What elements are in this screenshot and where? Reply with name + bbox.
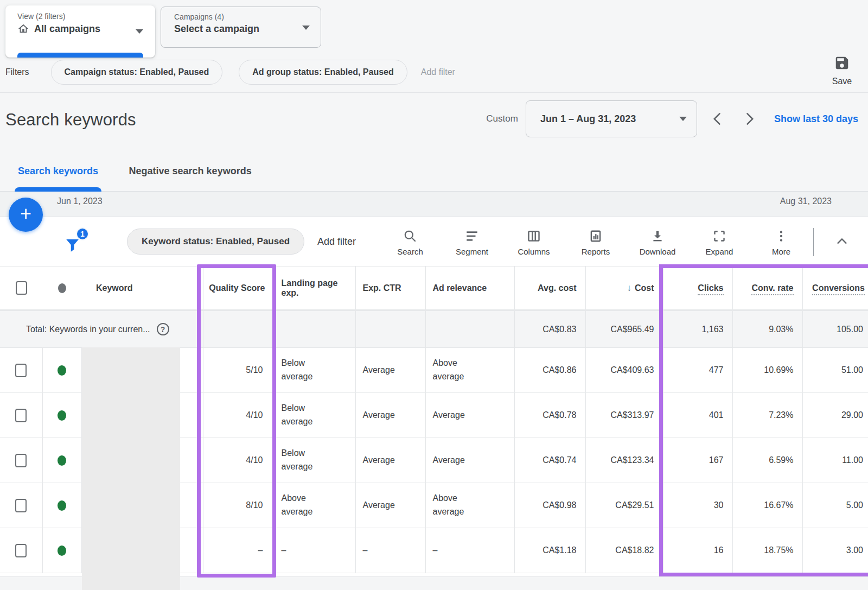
table-header-row: Keyword Quality Score Landing page exp. … [0,267,868,310]
keyword-redaction-block [82,347,180,590]
exp-ctr-cell: Average [355,483,425,528]
table-add-filter-link[interactable]: Add filter [317,236,356,248]
more-vert-icon [774,229,788,243]
columns-icon [527,229,541,243]
landing-page-exp-cell: Below average [274,348,355,393]
save-button[interactable]: Save [826,55,858,86]
ad-relevance-cell: – [425,528,514,573]
cost-cell: CA$123.34 [585,438,663,483]
exp-ctr-cell: Average [355,393,425,438]
status-enabled-icon [58,455,66,466]
campaign-selector-label: Campaigns (4) [174,12,312,21]
row-checkbox[interactable] [15,409,27,422]
conv-rate-cell: 10.69% [732,348,802,393]
sort-descending-icon: ↓ [627,283,631,293]
show-last-30-days-link[interactable]: Show last 30 days [774,113,858,125]
chevron-right-icon [744,112,756,126]
ad-relevance-cell: Above average [425,348,514,393]
filter-chip-campaign-status[interactable]: Campaign status: Enabled, Paused [51,60,223,85]
search-button[interactable]: Search [379,227,441,256]
column-header-ad-relevance[interactable]: Ad relevance [425,267,514,310]
exp-ctr-cell: – [355,528,425,573]
quality-score-cell: 8/10 [203,483,274,528]
cost-cell: CA$29.51 [585,483,663,528]
header-divider [0,92,868,93]
quality-score-cell: 5/10 [203,348,274,393]
column-header-landing-page-exp[interactable]: Landing page exp. [274,267,355,310]
save-label: Save [826,77,858,86]
ad-relevance-cell: Average [425,438,514,483]
campaign-selector-value: Select a campaign [174,23,312,35]
column-header-exp-ctr[interactable]: Exp. CTR [355,267,425,310]
toolbar-divider [813,228,814,256]
view-selector[interactable]: View (2 filters) All campaigns [5,5,155,58]
row-checkbox[interactable] [15,454,27,467]
column-header-quality-score[interactable]: Quality Score [203,267,274,310]
clicks-cell: 477 [663,348,732,393]
column-header-conversions[interactable]: Conversions [802,267,868,310]
segment-button[interactable]: Segment [441,227,503,256]
collapse-table-button[interactable] [816,227,868,249]
tab-negative-search-keywords[interactable]: Negative search keywords [129,157,252,192]
column-header-cost[interactable]: ↓Cost [585,267,663,310]
view-selector-label: View (2 filters) [17,12,146,21]
quality-score-cell: 4/10 [203,438,274,483]
filter-chip-ad-group-status[interactable]: Ad group status: Enabled, Paused [239,60,407,85]
conversions-cell: 3.00 [802,528,868,573]
tab-search-keywords[interactable]: Search keywords [18,157,98,192]
filters-label: Filters [5,67,29,77]
column-header-clicks[interactable]: Clicks [663,267,732,310]
expand-button[interactable]: Expand [688,227,750,256]
conversions-cell: 29.00 [802,393,868,438]
filter-funnel-button[interactable]: 1 [64,229,88,255]
total-avg-cost: CA$0.83 [514,310,585,348]
columns-button[interactable]: Columns [503,227,565,256]
chevron-down-icon [679,117,687,121]
more-button[interactable]: More [750,227,812,256]
plus-icon: + [20,204,31,224]
exp-ctr-cell: Average [355,438,425,483]
conv-rate-cell: 16.67% [732,483,802,528]
title-row: Search keywords Custom Jun 1 – Aug 31, 2… [0,100,868,144]
campaign-selector[interactable]: Campaigns (4) Select a campaign [161,7,321,48]
conv-rate-cell: 6.59% [732,438,802,483]
avg-cost-cell: CA$0.98 [514,483,585,528]
avg-cost-cell: CA$0.74 [514,438,585,483]
page-title: Search keywords [5,110,136,130]
download-button[interactable]: Download [627,227,688,256]
column-header-avg-cost[interactable]: Avg. cost [514,267,585,310]
column-header-conv-rate[interactable]: Conv. rate [732,267,802,310]
select-all-checkbox[interactable] [16,281,27,295]
row-checkbox[interactable] [15,499,27,512]
ad-relevance-cell: Average [425,393,514,438]
view-selector-value: All campaigns [34,23,100,35]
exp-ctr-cell: Average [355,348,425,393]
row-checkbox[interactable] [15,544,27,557]
cost-cell: CA$409.63 [585,348,663,393]
cost-cell: CA$18.82 [585,528,663,573]
keyword-status-filter-chip[interactable]: Keyword status: Enabled, Paused [127,229,304,255]
conversions-cell: 5.00 [802,483,868,528]
previous-period-button[interactable] [705,106,730,131]
total-cost: CA$965.49 [585,310,663,348]
avg-cost-cell: CA$0.78 [514,393,585,438]
status-enabled-icon [58,500,66,511]
row-checkbox[interactable] [15,364,27,377]
date-range-picker[interactable]: Jun 1 – Aug 31, 2023 [526,100,697,137]
quality-score-cell: – [203,528,274,573]
filter-count-badge: 1 [76,227,89,240]
quality-score-cell: 4/10 [203,393,274,438]
reports-button[interactable]: Reports [565,227,627,256]
add-filter-link[interactable]: Add filter [421,67,455,77]
timeline-strip: Jun 1, 2023 Aug 31, 2023 [0,192,868,217]
next-period-button[interactable] [737,106,762,131]
clicks-cell: 167 [663,438,732,483]
clicks-cell: 401 [663,393,732,438]
add-keyword-fab[interactable]: + [9,198,43,232]
chevron-up-icon [834,233,850,249]
scope-selector-row: View (2 filters) All campaigns Campaigns… [5,5,321,58]
help-icon[interactable]: ? [157,323,169,335]
tabs-row: Search keywords Negative search keywords [0,157,868,192]
column-header-keyword[interactable]: Keyword [81,267,203,310]
total-conv-rate: 9.03% [732,310,802,348]
